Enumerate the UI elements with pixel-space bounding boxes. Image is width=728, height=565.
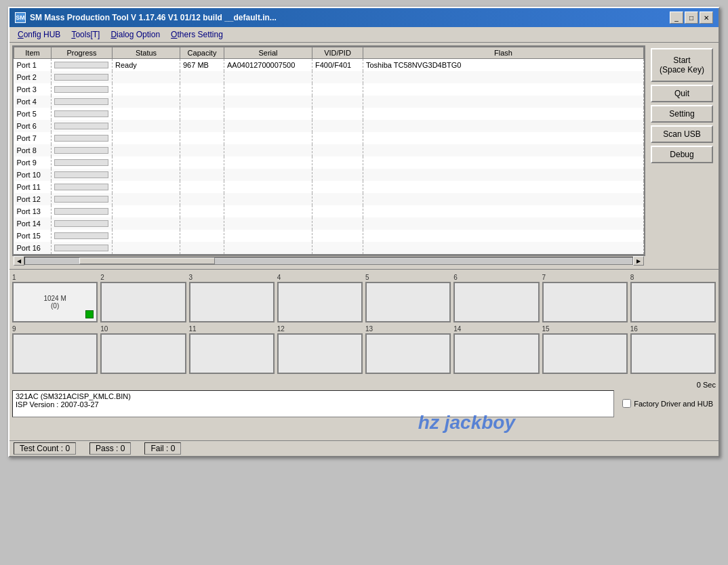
menu-tools-label: Tools[T]: [71, 30, 100, 39]
test-count-section: Test Count : 0: [14, 442, 76, 455]
col-vidpid: VID/PID: [312, 47, 363, 59]
cell-serial: [224, 132, 312, 144]
cell-flash: [363, 193, 644, 205]
port-cell-16: 16: [630, 325, 716, 374]
left-panel: Item Progress Status Capacity Serial VID…: [12, 45, 645, 266]
table-row: Port 13: [14, 205, 644, 217]
cell-flash: [363, 205, 644, 217]
fail-value: 0: [171, 444, 176, 453]
cell-item: Port 7: [14, 132, 52, 144]
cell-status: [113, 108, 180, 120]
port-box-3: [189, 282, 275, 322]
scroll-left-button[interactable]: ◀: [14, 256, 24, 266]
isp-info-box: 321AC (SM321ACISP_KMLC.BIN) ISP Version …: [12, 390, 614, 417]
timer-value: 0 Sec: [697, 381, 716, 389]
cell-capacity: [180, 120, 224, 132]
cell-capacity: [180, 108, 224, 120]
port-number-12: 12: [277, 325, 363, 333]
port-box-6: [453, 282, 539, 322]
port-cell-4: 4: [277, 274, 363, 322]
title-bar: SM SM Mass Production Tool V 1.17.46 V1 …: [9, 8, 719, 27]
cell-capacity: [180, 83, 224, 96]
port-number-13: 13: [365, 325, 451, 333]
menu-tools[interactable]: Tools[T]: [66, 28, 105, 41]
test-count-value: 0: [65, 444, 70, 453]
table-row: Port 5: [14, 108, 644, 120]
factory-row: Factory Driver and HUB: [620, 398, 716, 409]
cell-progress: [52, 205, 113, 217]
scan-usb-button[interactable]: Scan USB: [651, 125, 713, 143]
cell-capacity: [180, 193, 224, 205]
title-bar-controls: _ □ ✕: [670, 12, 713, 24]
cell-status: [113, 144, 180, 156]
col-status: Status: [113, 47, 180, 59]
scroll-right-button[interactable]: ▶: [633, 256, 644, 266]
menu-dialog[interactable]: Dialog Option: [105, 28, 165, 41]
cell-item: Port 2: [14, 71, 52, 83]
menu-others-label: Others Setting: [171, 30, 223, 39]
cell-vidpid: F400/F401: [312, 59, 363, 71]
cell-vidpid: [312, 181, 363, 193]
cell-item: Port 6: [14, 120, 52, 132]
bottom-info: 321AC (SM321ACISP_KMLC.BIN) ISP Version …: [9, 389, 719, 419]
col-serial: Serial: [224, 47, 312, 59]
horizontal-scrollbar[interactable]: [24, 257, 633, 265]
cell-serial: [224, 217, 312, 230]
port-number-4: 4: [277, 274, 363, 281]
col-capacity: Capacity: [180, 47, 224, 59]
table-row: Port 4: [14, 96, 644, 108]
port-label-1: 1024 M(0): [43, 295, 66, 310]
port-box-11: [189, 333, 275, 374]
menu-others[interactable]: Others Setting: [165, 28, 228, 41]
port-number-6: 6: [453, 274, 539, 281]
port-box-1: 1024 M(0): [12, 282, 98, 322]
cell-flash: [363, 144, 644, 156]
debug-button[interactable]: Debug: [651, 146, 713, 163]
quit-button[interactable]: Quit: [651, 85, 713, 102]
factory-driver-checkbox[interactable]: [622, 399, 631, 408]
maximize-button[interactable]: □: [685, 12, 698, 24]
fail-label: Fail :: [150, 444, 170, 453]
cell-item: Port 13: [14, 205, 52, 217]
port-cell-7: 7: [542, 274, 628, 322]
factory-driver-label: Factory Driver and HUB: [634, 400, 713, 408]
scrollbar-thumb[interactable]: [79, 257, 215, 264]
cell-item: Port 5: [14, 108, 52, 120]
pass-section: Pass : 0: [89, 442, 131, 455]
port-cell-1: 11024 M(0): [12, 274, 98, 322]
cell-capacity: [180, 242, 224, 254]
port-box-8: [630, 282, 716, 322]
port-cell-10: 10: [100, 325, 186, 374]
minimize-button[interactable]: _: [670, 12, 683, 24]
port-cell-15: 15: [542, 325, 628, 374]
cell-capacity: [180, 169, 224, 181]
cell-item: Port 1: [14, 59, 52, 71]
setting-button[interactable]: Setting: [651, 105, 713, 123]
cell-item: Port 11: [14, 181, 52, 193]
pass-label: Pass :: [96, 444, 121, 453]
menu-config[interactable]: Config HUB: [12, 28, 66, 41]
fail-section: Fail : 0: [144, 442, 181, 455]
cell-capacity: 967 MB: [180, 59, 224, 71]
cell-item: Port 15: [14, 230, 52, 242]
cell-flash: [363, 108, 644, 120]
port-box-10: [100, 333, 186, 374]
close-button[interactable]: ✕: [700, 12, 713, 24]
cell-flash: [363, 120, 644, 132]
cell-progress: [52, 132, 113, 144]
cell-capacity: [180, 144, 224, 156]
cell-vidpid: [312, 205, 363, 217]
cell-progress: [52, 144, 113, 156]
table-row: Port 15: [14, 230, 644, 242]
title-bar-left: SM SM Mass Production Tool V 1.17.46 V1 …: [15, 12, 277, 23]
port-box-5: [365, 282, 451, 322]
table-row: Port 1 Ready 967 MB AA04012700007500 F40…: [14, 59, 644, 71]
cell-serial: [224, 156, 312, 169]
cell-progress: [52, 59, 113, 71]
cell-status: [113, 230, 180, 242]
cell-capacity: [180, 217, 224, 230]
start-button[interactable]: Start (Space Key): [651, 48, 713, 82]
cell-progress: [52, 193, 113, 205]
cell-vidpid: [312, 71, 363, 83]
port-cell-12: 12: [277, 325, 363, 374]
